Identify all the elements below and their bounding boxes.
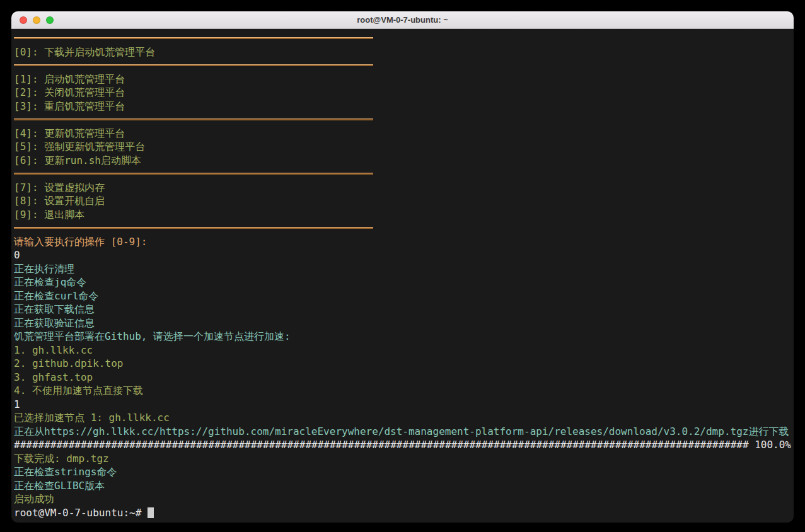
terminal-line: [1]: 启动饥荒管理平台 [14, 72, 794, 86]
terminal-line: 正在从https://gh.llkk.cc/https://github.com… [14, 425, 794, 439]
separator-rule [14, 37, 373, 39]
terminal-text: [4]: 更新饥荒管理平台 [14, 127, 125, 139]
separator-line [14, 221, 794, 235]
zoom-button[interactable] [46, 16, 54, 24]
terminal-line: 已选择加速节点 1: gh.llkk.cc [14, 411, 794, 425]
terminal-text: 正在检查strings命令 [14, 466, 117, 478]
terminal-text: 4. 不使用加速节点直接下载 [14, 385, 143, 396]
terminal-text: 1. gh.llkk.cc [14, 344, 93, 356]
terminal-text: 正在检查GLIBC版本 [14, 480, 105, 492]
separator-line [14, 59, 794, 72]
terminal-text: [8]: 设置开机自启 [14, 195, 105, 207]
terminal-text: 正在检查jq命令 [14, 276, 86, 288]
terminal-text: [6]: 更新run.sh启动脚本 [14, 154, 141, 166]
terminal-text: 正在获取验证信息 [14, 317, 95, 329]
separator-rule [14, 173, 373, 175]
terminal-line: 正在检查jq命令 [14, 275, 794, 289]
terminal-line: ########################################… [14, 438, 794, 452]
terminal-text: root@VM-0-7-ubuntu:~# [14, 507, 148, 519]
terminal-text: 已选择加速节点 1: gh.llkk.cc [14, 412, 170, 424]
separator-rule [14, 119, 373, 120]
terminal-text: ########################################… [14, 439, 791, 451]
minimize-button[interactable] [33, 16, 40, 24]
terminal-line: 正在检查curl命令 [14, 289, 794, 303]
terminal-line: [0]: 下载并启动饥荒管理平台 [14, 45, 794, 59]
separator-rule [14, 227, 373, 229]
terminal-text: 0 [14, 249, 20, 261]
terminal-line: [4]: 更新饥荒管理平台 [14, 127, 794, 141]
traffic-lights [11, 16, 54, 24]
terminal-text: 正在检查curl命令 [14, 290, 99, 302]
terminal-line: 正在检查GLIBC版本 [14, 479, 794, 493]
terminal-text: 正在从https://gh.llkk.cc/https://github.com… [14, 425, 789, 437]
terminal-text: 下载完成: dmp.tgz [14, 453, 109, 465]
terminal-line: 请输入要执行的操作 [0-9]: [14, 235, 794, 249]
terminal-text: 1 [14, 398, 20, 410]
terminal-text: 2. github.dpik.top [14, 357, 123, 369]
terminal-line: [3]: 重启饥荒管理平台 [14, 100, 794, 113]
terminal-line: [8]: 设置开机自启 [14, 194, 794, 208]
window-title: root@VM-0-7-ubuntu: ~ [11, 15, 794, 25]
terminal-cursor [148, 507, 154, 518]
terminal-line: 4. 不使用加速节点直接下载 [14, 384, 794, 398]
terminal-text: [9]: 退出脚本 [14, 209, 84, 221]
close-button[interactable] [20, 16, 27, 24]
terminal-line: 正在执行清理 [14, 262, 794, 276]
terminal-line: [2]: 关闭饥荒管理平台 [14, 86, 794, 100]
terminal-text: 启动成功 [14, 493, 54, 505]
terminal-text: 饥荒管理平台部署在Github, 请选择一个加速节点进行加速: [14, 330, 291, 342]
terminal-line: 1. gh.llkk.cc [14, 344, 794, 357]
separator-rule [14, 64, 373, 66]
terminal-line: [9]: 退出脚本 [14, 208, 794, 222]
terminal-text: [3]: 重启饥荒管理平台 [14, 100, 125, 112]
terminal-text: 正在获取下载信息 [14, 303, 95, 315]
terminal-line: 1 [14, 398, 794, 412]
window-title-bar[interactable]: root@VM-0-7-ubuntu: ~ [11, 11, 794, 29]
separator-line [14, 32, 794, 45]
terminal-line: 饥荒管理平台部署在Github, 请选择一个加速节点进行加速: [14, 330, 794, 344]
terminal-output[interactable]: [0]: 下载并启动饥荒管理平台[1]: 启动饥荒管理平台[2]: 关闭饥荒管理… [11, 29, 794, 523]
terminal-window: root@VM-0-7-ubuntu: ~ [0]: 下载并启动饥荒管理平台[1… [11, 11, 794, 523]
terminal-line: [7]: 设置虚拟内存 [14, 181, 794, 195]
terminal-text: [1]: 启动饥荒管理平台 [14, 73, 125, 85]
separator-line [14, 167, 794, 181]
terminal-line: 下载完成: dmp.tgz [14, 452, 794, 466]
terminal-line: 2. github.dpik.top [14, 357, 794, 371]
terminal-line: [6]: 更新run.sh启动脚本 [14, 154, 794, 168]
terminal-text: [5]: 强制更新饥荒管理平台 [14, 141, 145, 153]
terminal-text: [7]: 设置虚拟内存 [14, 182, 105, 194]
separator-line [14, 113, 794, 127]
terminal-line: [5]: 强制更新饥荒管理平台 [14, 140, 794, 154]
terminal-text: 3. ghfast.top [14, 371, 93, 383]
terminal-line: 正在获取验证信息 [14, 316, 794, 330]
terminal-text: [0]: 下载并启动饥荒管理平台 [14, 46, 155, 58]
terminal-text: 请输入要执行的操作 [0-9]: [14, 236, 147, 248]
terminal-line: 0 [14, 248, 794, 262]
terminal-text: 正在执行清理 [14, 263, 74, 275]
terminal-line: 启动成功 [14, 492, 794, 506]
shell-prompt-line: root@VM-0-7-ubuntu:~# [14, 506, 794, 520]
terminal-line: 正在获取下载信息 [14, 303, 794, 316]
terminal-text: [2]: 关闭饥荒管理平台 [14, 86, 125, 98]
terminal-line: 3. ghfast.top [14, 371, 794, 385]
terminal-line: 正在检查strings命令 [14, 465, 794, 479]
